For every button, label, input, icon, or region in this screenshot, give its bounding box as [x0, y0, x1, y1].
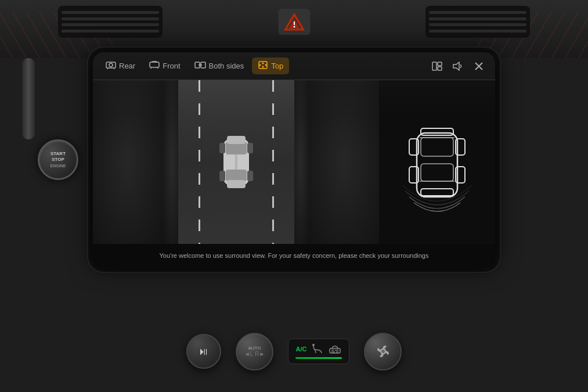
svg-rect-8	[150, 62, 159, 67]
svg-rect-28	[227, 180, 246, 188]
top-icon	[258, 61, 268, 71]
tab-rear[interactable]: Rear	[100, 57, 141, 74]
svg-rect-36	[421, 164, 453, 181]
main-screen: Rear Front	[93, 52, 495, 267]
road-right-area	[294, 80, 310, 244]
close-button[interactable]	[470, 57, 488, 75]
svg-rect-27	[227, 136, 246, 144]
svg-point-14	[262, 63, 264, 64]
svg-rect-40	[421, 189, 453, 196]
play-pause-button[interactable]: ⏯	[186, 334, 221, 369]
hazard-button[interactable]	[278, 9, 310, 35]
status-bar: You're welcome to use surround view. For…	[93, 244, 495, 267]
svg-line-9	[151, 67, 151, 69]
top-dash	[0, 0, 588, 58]
road-left-area	[163, 80, 178, 244]
screen-inner: Rear Front	[93, 52, 495, 267]
car-top-view	[219, 130, 254, 194]
svg-point-51	[381, 350, 385, 353]
fan-speed-knob[interactable]	[364, 333, 402, 371]
sensor-display	[379, 80, 495, 244]
svg-line-5	[107, 68, 108, 69]
svg-rect-34	[417, 133, 457, 197]
svg-rect-31	[219, 171, 225, 181]
volume-button[interactable]	[449, 57, 467, 75]
svg-rect-29	[219, 143, 225, 153]
svg-point-15	[262, 66, 264, 68]
layout-button[interactable]	[428, 57, 446, 75]
road-line-left	[199, 80, 200, 244]
bottom-controls: ⏯ AUTO ◄L R► A/C	[93, 322, 495, 380]
ac-label[interactable]: A/C	[296, 346, 307, 353]
svg-rect-39	[421, 128, 453, 135]
tab-both-sides-label: Both sides	[209, 62, 244, 70]
svg-rect-32	[247, 171, 253, 181]
ac-indicator-bar	[295, 357, 342, 359]
ac-top-row: A/C	[296, 344, 342, 354]
vent-left	[58, 6, 163, 38]
tab-front-label: Front	[163, 62, 180, 70]
ac-defrost-icon	[329, 344, 341, 354]
tab-bar: Rear Front	[93, 52, 495, 80]
svg-line-6	[114, 68, 114, 69]
road-line-right	[272, 80, 274, 244]
svg-rect-20	[438, 67, 442, 70]
tab-both-sides[interactable]: Both sides	[189, 57, 250, 74]
rear-icon	[106, 61, 116, 71]
camera-side-right	[309, 80, 379, 244]
svg-point-7	[109, 63, 113, 67]
svg-rect-19	[438, 62, 442, 66]
temp-arrows: ◄L R►	[244, 351, 265, 357]
tab-front[interactable]: Front	[143, 57, 186, 74]
camera-main	[163, 80, 309, 244]
tab-top[interactable]: Top	[252, 57, 289, 74]
ac-seat-icon	[311, 344, 324, 354]
svg-rect-33	[235, 154, 237, 170]
svg-rect-26	[226, 170, 247, 181]
ac-panel: A/C	[288, 339, 349, 364]
svg-line-10	[157, 67, 158, 69]
both-sides-icon	[194, 61, 206, 71]
svg-rect-30	[247, 143, 253, 153]
sensor-svg	[396, 104, 478, 220]
gear-lever	[22, 58, 35, 139]
svg-rect-35	[421, 138, 453, 156]
start-stop-button[interactable]: START STOP ENGINE	[38, 139, 78, 180]
vent-right	[425, 6, 530, 38]
front-icon	[149, 61, 160, 71]
svg-point-17	[265, 64, 267, 66]
svg-point-3	[293, 26, 295, 27]
tab-rear-label: Rear	[119, 62, 135, 70]
scene: START STOP ENGINE R	[0, 0, 588, 392]
tab-top-label: Top	[271, 62, 283, 70]
status-text: You're welcome to use surround view. For…	[160, 252, 429, 259]
camera-side-left	[93, 80, 163, 244]
svg-marker-21	[453, 62, 459, 70]
camera-view	[93, 80, 495, 244]
svg-point-45	[312, 344, 315, 346]
svg-rect-18	[432, 62, 437, 70]
climate-auto-knob[interactable]: AUTO ◄L R►	[236, 333, 273, 371]
svg-rect-46	[330, 348, 340, 353]
svg-point-16	[259, 64, 261, 66]
